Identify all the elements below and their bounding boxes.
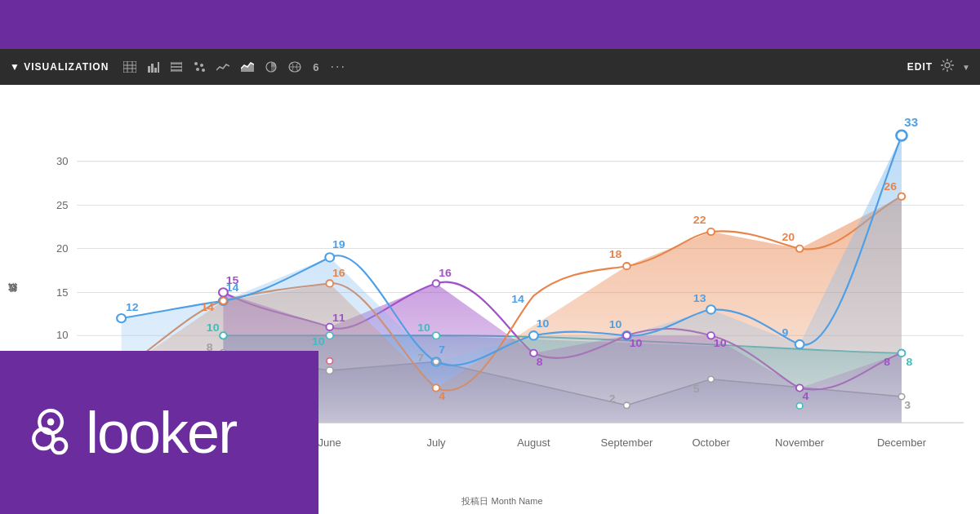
orange-point-may bbox=[220, 298, 227, 304]
svg-text:10: 10 bbox=[207, 321, 220, 334]
svg-text:September: September bbox=[601, 436, 653, 449]
gear-icon[interactable] bbox=[941, 59, 954, 75]
svg-text:4: 4 bbox=[802, 390, 808, 402]
viz-section-label[interactable]: ▼ VISUALIZATION bbox=[10, 61, 109, 73]
pink-point-jun bbox=[327, 358, 333, 364]
gear-dropdown-arrow[interactable]: ▼ bbox=[962, 63, 970, 72]
purple-point-may bbox=[219, 288, 228, 296]
svg-rect-7 bbox=[154, 68, 157, 73]
svg-text:December: December bbox=[877, 436, 927, 449]
line-chart-icon[interactable] bbox=[216, 62, 229, 72]
orange-point-sep bbox=[623, 263, 630, 269]
looker-text: looker bbox=[86, 403, 236, 462]
svg-point-13 bbox=[194, 62, 198, 65]
purple-point-jul bbox=[433, 280, 440, 286]
svg-text:20: 20 bbox=[56, 242, 68, 255]
scatter-icon[interactable] bbox=[194, 61, 205, 73]
svg-text:8: 8 bbox=[884, 356, 890, 368]
looker-logo: looker bbox=[24, 403, 236, 462]
edit-button[interactable]: EDIT bbox=[907, 61, 933, 73]
more-icon[interactable]: ··· bbox=[331, 60, 346, 74]
svg-rect-5 bbox=[148, 66, 150, 73]
gray-point-oct bbox=[708, 376, 715, 382]
svg-text:10: 10 bbox=[630, 337, 643, 349]
svg-text:8: 8 bbox=[537, 356, 543, 368]
svg-text:15: 15 bbox=[56, 286, 68, 299]
x-axis-label: 投稿日 Month Name bbox=[461, 495, 542, 507]
svg-text:13: 13 bbox=[693, 292, 706, 304]
blue-point-oct bbox=[706, 305, 715, 313]
svg-text:August: August bbox=[517, 436, 550, 449]
svg-text:14: 14 bbox=[511, 293, 524, 305]
toolbar: ▼ VISUALIZATION bbox=[0, 49, 980, 85]
svg-text:22: 22 bbox=[693, 215, 706, 227]
svg-text:10: 10 bbox=[537, 317, 550, 330]
svg-text:12: 12 bbox=[126, 302, 139, 314]
svg-text:9: 9 bbox=[782, 327, 788, 339]
number-icon[interactable]: 6 bbox=[313, 61, 318, 73]
svg-text:11: 11 bbox=[332, 312, 345, 324]
svg-text:19: 19 bbox=[332, 239, 345, 251]
blue-point-aug bbox=[529, 331, 538, 339]
svg-point-14 bbox=[200, 64, 203, 67]
list-icon[interactable] bbox=[171, 62, 182, 72]
svg-text:10: 10 bbox=[714, 337, 727, 349]
svg-text:20: 20 bbox=[782, 231, 795, 243]
svg-text:30: 30 bbox=[56, 155, 68, 167]
svg-text:33: 33 bbox=[904, 116, 918, 129]
svg-text:5: 5 bbox=[693, 383, 700, 395]
svg-text:3: 3 bbox=[904, 399, 911, 411]
svg-rect-6 bbox=[151, 64, 154, 73]
svg-text:16: 16 bbox=[332, 267, 345, 279]
svg-text:7: 7 bbox=[417, 352, 424, 365]
bar-chart-icon[interactable] bbox=[148, 61, 159, 73]
orange-point-oct bbox=[707, 228, 715, 235]
looker-overlay: looker bbox=[0, 351, 318, 514]
gray-point-sep bbox=[624, 402, 630, 408]
svg-point-15 bbox=[196, 68, 199, 71]
svg-text:25: 25 bbox=[56, 199, 68, 211]
area-chart-icon[interactable] bbox=[241, 62, 254, 72]
svg-text:15: 15 bbox=[226, 274, 239, 286]
purple-point-jun bbox=[326, 324, 333, 330]
teal-point-jun bbox=[326, 332, 333, 339]
svg-text:10: 10 bbox=[312, 335, 325, 348]
app-container: ▼ VISUALIZATION bbox=[0, 0, 980, 514]
svg-text:16: 16 bbox=[439, 267, 452, 279]
svg-text:June: June bbox=[318, 436, 341, 449]
svg-text:10: 10 bbox=[609, 318, 622, 330]
svg-text:November: November bbox=[775, 436, 825, 449]
svg-text:8: 8 bbox=[906, 356, 912, 368]
toolbar-left: ▼ VISUALIZATION bbox=[10, 60, 901, 74]
svg-text:26: 26 bbox=[884, 180, 897, 193]
svg-text:4: 4 bbox=[439, 390, 445, 402]
toolbar-icons: 6 ··· bbox=[123, 60, 346, 74]
top-bar bbox=[0, 0, 980, 49]
blue-point-nov bbox=[795, 340, 804, 348]
svg-rect-8 bbox=[158, 62, 159, 73]
svg-point-21 bbox=[945, 63, 950, 68]
blue-point-jun bbox=[325, 253, 334, 261]
orange-point-nov bbox=[796, 246, 804, 252]
svg-rect-0 bbox=[123, 61, 136, 73]
map-icon[interactable] bbox=[288, 61, 301, 73]
svg-point-83 bbox=[47, 418, 55, 425]
looker-icon-svg bbox=[24, 406, 78, 459]
teal-point-dec bbox=[898, 350, 906, 357]
gray-point-jun bbox=[326, 367, 333, 374]
viz-panel: ▼ VISUALIZATION bbox=[0, 49, 980, 514]
orange-point-jun bbox=[326, 280, 333, 286]
teal-point-may bbox=[220, 332, 227, 339]
svg-point-16 bbox=[202, 69, 205, 72]
blue-point-dec bbox=[896, 131, 906, 140]
svg-text:2: 2 bbox=[609, 393, 616, 405]
pie-chart-icon[interactable] bbox=[265, 61, 277, 73]
table-icon[interactable] bbox=[123, 61, 136, 73]
svg-point-82 bbox=[52, 438, 66, 452]
teal-point-jul bbox=[433, 332, 440, 339]
svg-text:7: 7 bbox=[439, 343, 445, 356]
svg-text:July: July bbox=[426, 436, 446, 449]
teal-point-nov bbox=[796, 403, 803, 409]
svg-text:October: October bbox=[692, 436, 730, 449]
svg-text:18: 18 bbox=[609, 248, 622, 260]
